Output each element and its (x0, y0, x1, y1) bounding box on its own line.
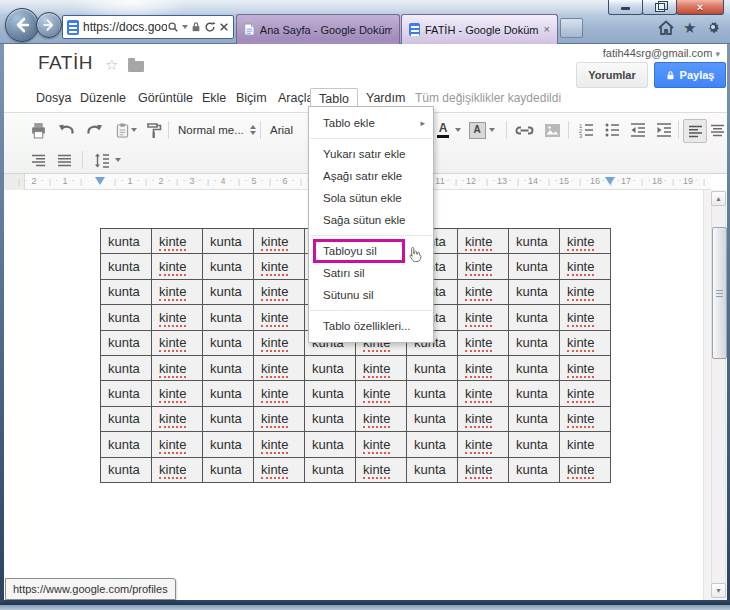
table-cell[interactable]: kunta (509, 229, 560, 254)
table-cell[interactable]: kinte (254, 355, 305, 380)
table-cell[interactable]: kinte (152, 305, 203, 330)
table-cell[interactable]: kunta (101, 305, 152, 330)
comments-button[interactable]: Yorumlar (576, 62, 648, 88)
table-cell[interactable]: kinte (458, 457, 509, 482)
scrollbar-down-button[interactable]: ▼ (711, 583, 726, 598)
table-cell[interactable]: kinte (356, 381, 407, 406)
menubar-item-ekle[interactable]: Ekle (196, 88, 232, 108)
table-cell[interactable]: kunta (101, 381, 152, 406)
table-cell[interactable]: kunta (407, 355, 458, 380)
table-cell[interactable]: kinte (458, 254, 509, 279)
folder-icon[interactable] (128, 61, 144, 72)
tab-title[interactable]: Ana Sayfa - Google Dokümanlar (260, 24, 392, 36)
table-cell[interactable]: kinte (254, 229, 305, 254)
indent-marker-left[interactable] (95, 177, 105, 185)
menubar-item-görüntüle[interactable]: Görüntüle (132, 88, 199, 108)
highlight-caret-icon[interactable] (486, 119, 498, 141)
redo-icon[interactable] (82, 119, 106, 141)
document-title[interactable]: FATİH (38, 52, 93, 74)
numbered-list-icon[interactable]: 123 (574, 119, 598, 141)
table-cell[interactable]: kinte (560, 305, 611, 330)
table-cell[interactable]: kunta (203, 406, 254, 431)
justify-icon[interactable] (52, 149, 76, 171)
align-center-icon[interactable] (707, 119, 727, 141)
align-left-icon[interactable] (683, 119, 707, 143)
table-cell[interactable]: kinte (458, 279, 509, 304)
table-cell[interactable]: kunta (509, 432, 560, 457)
minimize-button[interactable] (608, 0, 643, 15)
settings-gear-icon[interactable] (705, 19, 721, 35)
table-cell[interactable]: kunta (407, 406, 458, 431)
table-cell[interactable]: kinte (560, 406, 611, 431)
table-cell[interactable]: kinte (458, 330, 509, 355)
line-spacing-caret-icon[interactable] (112, 149, 124, 171)
table-cell[interactable]: kinte (458, 381, 509, 406)
table-cell[interactable]: kunta (509, 305, 560, 330)
menu-item-satırı-sil[interactable]: Satırı sil (309, 262, 433, 284)
table-cell[interactable]: kinte (152, 254, 203, 279)
paint-format-icon[interactable] (142, 119, 166, 141)
table-cell[interactable]: kunta (101, 457, 152, 482)
style-selector[interactable]: Normal me... (178, 120, 256, 140)
table-cell[interactable]: kunta (203, 254, 254, 279)
table-cell[interactable]: kunta (101, 229, 152, 254)
menu-item-tablo-ekle[interactable]: Tablo ekle▸ (309, 112, 433, 134)
new-tab-button[interactable] (560, 18, 583, 38)
table-cell[interactable]: kinte (560, 330, 611, 355)
increase-indent-icon[interactable] (652, 119, 676, 141)
font-selector[interactable]: Arial (270, 120, 310, 140)
table-cell[interactable]: kinte (560, 279, 611, 304)
table-cell[interactable]: kunta (305, 381, 356, 406)
table-cell[interactable]: kinte (152, 432, 203, 457)
restore-button[interactable] (642, 0, 677, 15)
account-menu[interactable]: fatih44srg@gmail.com ▾ (603, 47, 720, 59)
close-button[interactable]: × (676, 0, 724, 15)
table-cell[interactable]: kinte (254, 406, 305, 431)
undo-icon[interactable] (54, 119, 78, 141)
table-cell[interactable]: kunta (203, 279, 254, 304)
table-cell[interactable]: kinte (254, 254, 305, 279)
table-cell[interactable]: kinte (458, 406, 509, 431)
table-cell[interactable]: kinte (152, 406, 203, 431)
table-cell[interactable]: kinte (458, 355, 509, 380)
share-button[interactable]: Paylaş (654, 62, 726, 88)
table-cell[interactable]: kinte (560, 381, 611, 406)
table-cell[interactable]: kunta (203, 330, 254, 355)
table-cell[interactable]: kinte (152, 330, 203, 355)
tab-ana-sayfa[interactable]: Ana Sayfa - Google Dokümanlar (236, 14, 400, 44)
insert-link-icon[interactable] (512, 119, 536, 141)
table-cell[interactable]: kinte (254, 457, 305, 482)
table-cell[interactable]: kinte (560, 432, 611, 457)
insert-image-icon[interactable] (540, 119, 564, 141)
menubar-item-dosya[interactable]: Dosya (30, 88, 77, 108)
home-icon[interactable] (658, 20, 674, 35)
table-cell[interactable]: kunta (305, 355, 356, 380)
table-cell[interactable]: kinte (560, 254, 611, 279)
text-color-caret-icon[interactable] (452, 119, 464, 141)
table-cell[interactable]: kunta (203, 305, 254, 330)
table-cell[interactable]: kunta (509, 406, 560, 431)
indent-marker-right[interactable] (605, 177, 615, 185)
star-document-icon[interactable]: ☆ (105, 56, 118, 74)
table-cell[interactable]: kunta (101, 406, 152, 431)
refresh-icon[interactable] (204, 21, 216, 33)
table-cell[interactable]: kunta (101, 279, 152, 304)
table-cell[interactable]: kunta (509, 330, 560, 355)
table-cell[interactable]: kinte (458, 229, 509, 254)
tab-fatih-active[interactable]: FATİH - Google Dokümanlar × (401, 14, 558, 44)
menu-item-yukarı-satır-ekle[interactable]: Yukarı satır ekle (309, 143, 433, 165)
table-cell[interactable]: kinte (560, 355, 611, 380)
decrease-indent-icon[interactable] (626, 119, 650, 141)
menubar-item-biçim[interactable]: Biçim (230, 88, 273, 108)
table-cell[interactable]: kunta (203, 381, 254, 406)
scrollbar-up-button[interactable]: ▲ (711, 191, 726, 206)
forward-button[interactable] (36, 12, 62, 38)
scrollbar-thumb[interactable] (712, 227, 727, 359)
favorites-star-icon[interactable]: ★ (683, 20, 696, 35)
table-cell[interactable]: kunta (509, 355, 560, 380)
table-cell[interactable]: kinte (152, 355, 203, 380)
table-cell[interactable]: kinte (356, 355, 407, 380)
stop-icon[interactable] (219, 22, 229, 32)
table-cell[interactable]: kunta (305, 406, 356, 431)
line-spacing-icon[interactable] (90, 149, 114, 171)
